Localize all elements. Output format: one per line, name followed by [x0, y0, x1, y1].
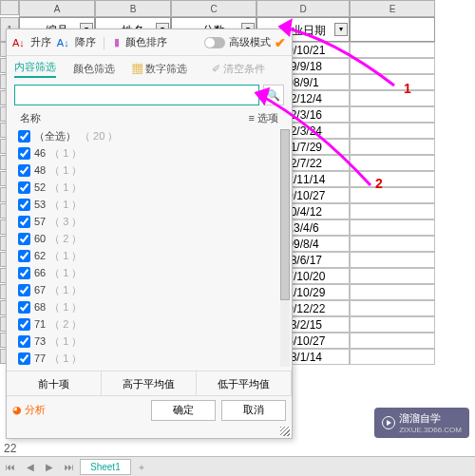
col-header-c[interactable]: C — [171, 0, 256, 17]
filter-search-input[interactable] — [14, 85, 259, 105]
above-avg-button[interactable]: 高于平均值 — [102, 371, 197, 395]
empty-cell[interactable] — [350, 17, 435, 42]
select-all-label: （全选） — [34, 129, 76, 143]
clear-label: 清空条件 — [223, 63, 265, 74]
select-all-checkbox[interactable] — [18, 130, 30, 143]
select-all-corner[interactable] — [0, 0, 19, 15]
option-count: （ 1 ） — [49, 198, 82, 212]
option-value: 62 — [34, 250, 46, 261]
search-icon[interactable]: 🔍 — [263, 85, 284, 105]
filter-option[interactable]: 60 （ 2 ） — [16, 230, 286, 247]
clear-conditions[interactable]: ✐ 清空条件 — [212, 62, 265, 76]
play-icon — [382, 416, 395, 429]
filter-option[interactable]: 46 （ 1 ） — [16, 144, 286, 162]
filter-option[interactable]: 71 （ 2 ） — [16, 315, 286, 333]
option-count: （ 1 ） — [49, 163, 82, 178]
option-checkbox[interactable] — [18, 199, 30, 211]
option-checkbox[interactable] — [18, 164, 30, 177]
col-header-e[interactable]: E — [350, 0, 435, 17]
sheet-nav-prev-icon[interactable]: ◀ — [21, 462, 40, 472]
option-value: 52 — [34, 181, 46, 193]
option-checkbox[interactable] — [18, 318, 30, 331]
add-sheet-icon[interactable]: ＋ — [131, 461, 152, 474]
option-count: （ 1 ） — [49, 300, 82, 314]
top10-button[interactable]: 前十项 — [7, 371, 102, 395]
cell[interactable] — [350, 74, 435, 90]
option-checkbox[interactable] — [18, 284, 30, 296]
option-value: 46 — [34, 147, 46, 159]
filter-option[interactable]: 48 （ 1 ） — [16, 162, 286, 179]
filter-option[interactable]: 67 （ 1 ） — [16, 281, 286, 298]
sort-asc-label[interactable]: 升序 — [30, 35, 51, 49]
filter-option[interactable]: 52 （ 1 ） — [16, 179, 286, 196]
option-count: （ 1 ） — [49, 181, 82, 195]
filter-option[interactable]: 53 （ 1 ） — [16, 196, 286, 213]
filter-option[interactable]: 73 （ 1 ） — [16, 333, 286, 350]
tab-number-filter[interactable]: ▦ 数字筛选 — [132, 62, 187, 76]
below-avg-button[interactable]: 低于平均值 — [197, 371, 292, 395]
sheet-nav-last-icon[interactable]: ⏭ — [59, 462, 80, 472]
annotation-1: 1 — [404, 81, 411, 96]
filter-option[interactable]: 68 （ 1 ） — [16, 298, 286, 315]
cell[interactable] — [350, 90, 435, 106]
cell[interactable] — [350, 236, 435, 252]
analyze-button[interactable]: 分析 — [12, 403, 46, 417]
col-header-a[interactable]: A — [19, 0, 95, 17]
cell[interactable] — [350, 284, 435, 300]
filter-option[interactable]: 62 （ 1 ） — [16, 247, 286, 264]
cell[interactable] — [350, 42, 435, 58]
sort-desc-icon[interactable]: A↓ — [57, 37, 69, 48]
cell[interactable] — [350, 187, 435, 203]
option-checkbox[interactable] — [18, 250, 30, 262]
select-all-option[interactable]: （全选） （ 20 ） — [16, 127, 286, 144]
option-checkbox[interactable] — [18, 267, 30, 279]
option-checkbox[interactable] — [18, 147, 30, 160]
filter-option[interactable]: 77 （ 1 ） — [16, 350, 286, 367]
cell[interactable] — [350, 349, 435, 365]
col-header-b[interactable]: B — [95, 0, 171, 17]
option-count: （ 3 ） — [49, 215, 82, 229]
option-checkbox[interactable] — [18, 335, 30, 348]
resize-handle[interactable] — [280, 427, 290, 436]
option-checkbox[interactable] — [18, 181, 30, 194]
cell[interactable] — [350, 219, 435, 236]
sheet-nav-first-icon[interactable]: ⏮ — [0, 462, 21, 472]
options-header[interactable]: ≡ 选项 — [249, 111, 278, 125]
color-sort-label[interactable]: 颜色排序 — [125, 35, 167, 49]
option-checkbox[interactable] — [18, 352, 30, 365]
sheet-nav-next-icon[interactable]: ▶ — [40, 462, 59, 472]
tab-color-filter[interactable]: 颜色筛选 — [73, 62, 115, 76]
tab-content-filter[interactable]: 内容筛选 — [14, 60, 56, 78]
ok-button[interactable]: 确定 — [151, 400, 216, 421]
brush-icon: ✐ — [212, 63, 220, 74]
option-value: 77 — [34, 352, 46, 364]
sheet-tab[interactable]: Sheet1 — [80, 459, 131, 475]
cancel-button[interactable]: 取消 — [221, 400, 286, 421]
cell[interactable] — [350, 203, 435, 219]
cell[interactable] — [350, 268, 435, 284]
advanced-mode-switch[interactable] — [204, 37, 225, 48]
scrollbar-thumb[interactable] — [280, 129, 290, 300]
cell[interactable] — [350, 252, 435, 268]
cell[interactable] — [350, 123, 435, 139]
col-header-d[interactable]: D — [256, 0, 350, 17]
color-sort-icon[interactable]: ▮ — [114, 36, 120, 48]
cell[interactable] — [350, 300, 435, 316]
option-checkbox[interactable] — [18, 301, 30, 314]
cell[interactable] — [350, 316, 435, 333]
cell[interactable] — [350, 333, 435, 349]
filter-option[interactable]: 57 （ 3 ） — [16, 213, 286, 230]
filter-option[interactable]: 66 （ 1 ） — [16, 264, 286, 281]
cell[interactable] — [350, 155, 435, 171]
cell[interactable] — [350, 58, 435, 74]
filter-toolbar: A↓ 升序 A↓ 降序 │ ▮ 颜色排序 高级模式 ✔ — [7, 29, 292, 56]
sort-desc-label[interactable]: 降序 — [75, 35, 96, 49]
option-checkbox[interactable] — [18, 233, 30, 245]
option-count: （ 1 ） — [49, 146, 82, 161]
option-checkbox[interactable] — [18, 216, 30, 228]
sort-asc-icon[interactable]: A↓ — [12, 37, 25, 48]
filter-dropdown-icon[interactable]: ▾ — [334, 23, 348, 36]
cell[interactable] — [350, 106, 435, 123]
cell[interactable] — [350, 139, 435, 155]
cell[interactable] — [350, 171, 435, 187]
